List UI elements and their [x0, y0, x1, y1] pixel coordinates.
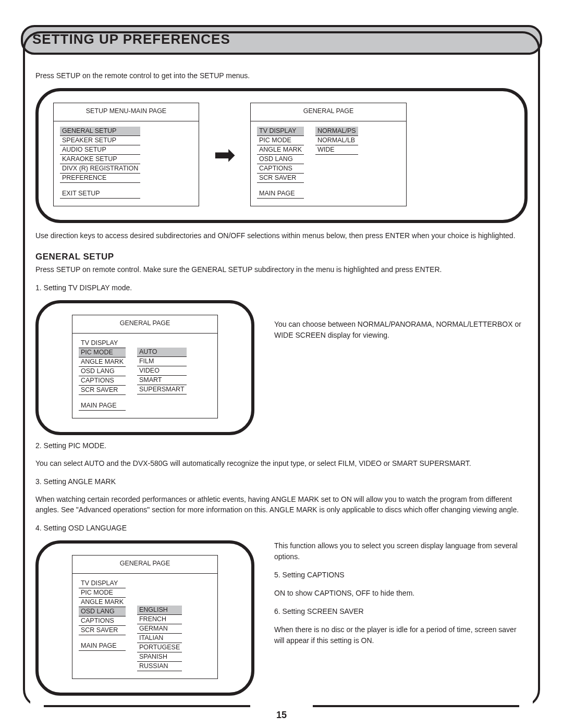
- step-3-label: 3. Setting ANGLE MARK: [35, 476, 528, 487]
- menu-item: SCR SAVER: [79, 626, 126, 635]
- menu-item: KARAOKE SETUP: [60, 155, 140, 164]
- step-5-label: 5. Setting CAPTIONS: [274, 570, 528, 581]
- page-number: 15: [0, 710, 563, 721]
- option-item: FILM: [137, 357, 187, 366]
- menu-item: SCR SAVER: [257, 174, 304, 183]
- step-1-label: 1. Setting TV DISPLAY mode.: [35, 282, 528, 293]
- option-item: NORMAL/LB: [315, 136, 358, 145]
- menu-item: ANGLE MARK: [79, 357, 126, 367]
- menu-item: SCR SAVER: [79, 386, 126, 395]
- osd-right-col: ENGLISH FRENCH GERMAN ITALIAN PORTUGESE …: [137, 606, 182, 671]
- menu-item: OSD LANG: [79, 367, 126, 376]
- section-header: Setting Up Preferences: [21, 25, 542, 55]
- step-6-label: 6. Setting SCREEN SAVER: [274, 606, 528, 617]
- osd-title: GENERAL PAGE: [72, 556, 217, 573]
- step-5-body: ON to show CAPTIONS, OFF to hide them.: [274, 588, 528, 599]
- osd-title: GENERAL PAGE: [251, 103, 406, 121]
- step-1-explain: You can choose between NORMAL/PANORAMA, …: [274, 300, 528, 341]
- step-6-body: When there is no disc or the player is i…: [274, 624, 528, 646]
- option-item: SUPERSMART: [137, 385, 187, 394]
- menu-item: GENERAL SETUP: [60, 127, 140, 136]
- option-item: FRENCH: [137, 615, 182, 624]
- menu-item: CAPTIONS: [257, 164, 304, 174]
- menu-footer: MAIN PAGE: [257, 189, 304, 199]
- menu-item: TV DISPLAY: [79, 339, 126, 348]
- menu-item: PIC MODE: [257, 136, 304, 145]
- direction-keys-note: Use direction keys to access desired sub…: [35, 230, 528, 241]
- osd-right-col: NORMAL/PS NORMAL/LB WIDE: [315, 127, 358, 155]
- option-item: ITALIAN: [137, 634, 182, 643]
- step-4-right-col: This function allows you to select you s…: [274, 540, 528, 653]
- step-4-label: 4. Setting OSD LANGUAGE: [35, 523, 528, 533]
- section-title: Setting Up Preferences: [32, 31, 531, 47]
- menu-footer: MAIN PAGE: [79, 401, 126, 411]
- menu-item: CAPTIONS: [79, 376, 126, 386]
- option-item: SMART: [137, 376, 187, 385]
- border-gap: [250, 700, 313, 709]
- menu-item: SPEAKER SETUP: [60, 136, 140, 145]
- menu-item: DIVX (R) REGISTRATION: [60, 164, 140, 174]
- step-2-label: 2. Setting PIC MODE.: [35, 440, 528, 451]
- option-item: GERMAN: [137, 624, 182, 634]
- menu-item: PIC MODE: [79, 348, 126, 357]
- osd-title: SETUP MENU-MAIN PAGE: [54, 103, 199, 121]
- general-intro: Press SETUP on remote control. Make sure…: [35, 264, 528, 275]
- menu-item: ANGLE MARK: [79, 598, 126, 607]
- osd-left-col: TV DISPLAY PIC MODE ANGLE MARK OSD LANG …: [79, 579, 126, 651]
- step-4-explain: This function allows you to select you s…: [274, 540, 528, 562]
- option-item: ENGLISH: [137, 606, 182, 615]
- right-arrow-icon: ➡: [214, 142, 236, 168]
- option-item: RUSSIAN: [137, 662, 182, 671]
- general-setup-heading: General Setup: [35, 251, 528, 264]
- option-item: NORMAL/PS: [315, 127, 358, 136]
- menu-item: TV DISPLAY: [257, 127, 304, 136]
- osd-left-col: TV DISPLAY PIC MODE ANGLE MARK OSD LANG …: [79, 339, 126, 411]
- osd-general-page: GENERAL PAGE TV DISPLAY PIC MODE ANGLE M…: [250, 103, 407, 206]
- osd-right-col: AUTO FILM VIDEO SMART SUPERSMART: [137, 348, 187, 394]
- step-2-body: You can select AUTO and the DVX-580G wil…: [35, 458, 528, 468]
- osd-left-col: TV DISPLAY PIC MODE ANGLE MARK OSD LANG …: [257, 127, 304, 199]
- menu-footer: EXIT SETUP: [60, 189, 140, 199]
- option-item: SPANISH: [137, 652, 182, 662]
- menu-item: TV DISPLAY: [79, 579, 126, 588]
- intro-text: Press SETUP on the remote control to get…: [35, 70, 528, 81]
- osd-main-items: GENERAL SETUP SPEAKER SETUP AUDIO SETUP …: [60, 127, 140, 199]
- osd-title: GENERAL PAGE: [72, 315, 217, 333]
- diagram-pic-mode: GENERAL PAGE TV DISPLAY PIC MODE ANGLE M…: [35, 300, 254, 435]
- osd-main-page: SETUP MENU-MAIN PAGE GENERAL SETUP SPEAK…: [53, 103, 199, 206]
- menu-item: CAPTIONS: [79, 616, 126, 626]
- menu-footer: MAIN PAGE: [79, 641, 126, 651]
- menu-item: ANGLE MARK: [257, 145, 304, 155]
- option-item: VIDEO: [137, 366, 187, 376]
- diagram-osd-lang: GENERAL PAGE TV DISPLAY PIC MODE ANGLE M…: [35, 540, 254, 696]
- menu-item: AUDIO SETUP: [60, 145, 140, 155]
- option-item: WIDE: [315, 145, 358, 155]
- option-item: AUTO: [137, 348, 187, 357]
- option-item: PORTUGESE: [137, 643, 182, 652]
- border-gap: [30, 700, 44, 709]
- menu-item: OSD LANG: [257, 155, 304, 164]
- step-3-body: When watching certain recorded performan…: [35, 494, 528, 515]
- page-content: Press SETUP on the remote control to get…: [21, 70, 542, 696]
- osd-pic-mode: GENERAL PAGE TV DISPLAY PIC MODE ANGLE M…: [72, 315, 218, 418]
- menu-item: OSD LANG: [79, 607, 126, 616]
- menu-item: PREFERENCE: [60, 174, 140, 183]
- menu-item: PIC MODE: [79, 588, 126, 598]
- diagram-setup-to-general: SETUP MENU-MAIN PAGE GENERAL SETUP SPEAK…: [35, 88, 528, 223]
- osd-lang-panel: GENERAL PAGE TV DISPLAY PIC MODE ANGLE M…: [72, 555, 218, 679]
- border-gap: [519, 700, 533, 709]
